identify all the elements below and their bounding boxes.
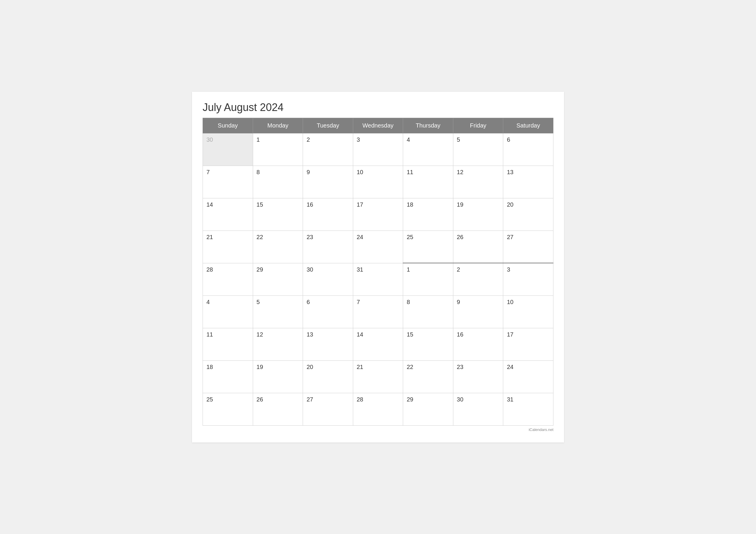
- calendar-day-cell[interactable]: 18: [403, 198, 453, 230]
- calendar-day-cell[interactable]: 21: [203, 230, 253, 263]
- calendar-day-cell[interactable]: 26: [253, 393, 303, 425]
- calendar-day-cell[interactable]: 9: [453, 296, 503, 328]
- header-cell-tuesday: Tuesday: [303, 118, 353, 133]
- calendar-day-cell[interactable]: 15: [403, 328, 453, 360]
- calendar-day-cell[interactable]: 1: [253, 133, 303, 166]
- watermark: iCalendars.net: [202, 427, 554, 432]
- header-cell-monday: Monday: [253, 118, 303, 133]
- calendar-day-cell[interactable]: 26: [453, 230, 503, 263]
- calendar-day-cell[interactable]: 18: [203, 360, 253, 393]
- calendar-day-cell[interactable]: 5: [253, 296, 303, 328]
- calendar-week-row: 28293031123: [203, 263, 554, 296]
- calendar-week-row: 78910111213: [203, 166, 554, 198]
- calendar-day-cell[interactable]: 31: [503, 393, 554, 425]
- calendar-day-cell[interactable]: 20: [503, 198, 554, 230]
- calendar-day-cell[interactable]: 24: [503, 360, 554, 393]
- header-cell-sunday: Sunday: [203, 118, 253, 133]
- calendar-day-cell[interactable]: 23: [303, 230, 353, 263]
- calendar-week-row: 25262728293031: [203, 393, 554, 425]
- calendar-day-cell[interactable]: 29: [253, 263, 303, 296]
- calendar-day-cell[interactable]: 7: [353, 296, 403, 328]
- calendar-day-cell[interactable]: 16: [453, 328, 503, 360]
- calendar-day-cell[interactable]: 12: [253, 328, 303, 360]
- calendar-day-cell[interactable]: 14: [203, 198, 253, 230]
- calendar-day-cell[interactable]: 12: [453, 166, 503, 198]
- calendar-day-cell[interactable]: 30: [303, 263, 353, 296]
- calendar-day-cell[interactable]: 3: [353, 133, 403, 166]
- calendar-day-cell[interactable]: 25: [403, 230, 453, 263]
- calendar-day-cell[interactable]: 4: [203, 296, 253, 328]
- calendar-day-cell[interactable]: 22: [253, 230, 303, 263]
- calendar-day-cell[interactable]: 6: [303, 296, 353, 328]
- header-cell-saturday: Saturday: [503, 118, 554, 133]
- header-cell-thursday: Thursday: [403, 118, 453, 133]
- calendar-day-cell[interactable]: 17: [503, 328, 554, 360]
- calendar-day-cell[interactable]: 28: [353, 393, 403, 425]
- calendar-day-cell[interactable]: 22: [403, 360, 453, 393]
- calendar-container: July August 2024 SundayMondayTuesdayWedn…: [192, 92, 564, 442]
- calendar-day-cell[interactable]: 13: [503, 166, 554, 198]
- calendar-day-cell[interactable]: 11: [403, 166, 453, 198]
- calendar-day-cell[interactable]: 25: [203, 393, 253, 425]
- calendar-week-row: 11121314151617: [203, 328, 554, 360]
- calendar-title: July August 2024: [202, 101, 554, 114]
- calendar-day-cell[interactable]: 3: [503, 263, 554, 296]
- calendar-day-cell[interactable]: 15: [253, 198, 303, 230]
- calendar-week-row: 45678910: [203, 296, 554, 328]
- calendar-day-cell[interactable]: 30: [203, 133, 253, 166]
- calendar-day-cell[interactable]: 5: [453, 133, 503, 166]
- calendar-week-row: 21222324252627: [203, 230, 554, 263]
- calendar-day-cell[interactable]: 30: [453, 393, 503, 425]
- calendar-day-cell[interactable]: 10: [503, 296, 554, 328]
- calendar-day-cell[interactable]: 16: [303, 198, 353, 230]
- calendar-day-cell[interactable]: 19: [253, 360, 303, 393]
- calendar-day-cell[interactable]: 31: [353, 263, 403, 296]
- header-cell-wednesday: Wednesday: [353, 118, 403, 133]
- calendar-day-cell[interactable]: 20: [303, 360, 353, 393]
- calendar-week-row: 14151617181920: [203, 198, 554, 230]
- calendar-day-cell[interactable]: 8: [253, 166, 303, 198]
- calendar-table: SundayMondayTuesdayWednesdayThursdayFrid…: [202, 118, 554, 426]
- calendar-day-cell[interactable]: 23: [453, 360, 503, 393]
- calendar-week-row: 18192021222324: [203, 360, 554, 393]
- calendar-day-cell[interactable]: 9: [303, 166, 353, 198]
- header-cell-friday: Friday: [453, 118, 503, 133]
- calendar-day-cell[interactable]: 29: [403, 393, 453, 425]
- calendar-day-cell[interactable]: 24: [353, 230, 403, 263]
- calendar-day-cell[interactable]: 17: [353, 198, 403, 230]
- calendar-day-cell[interactable]: 2: [453, 263, 503, 296]
- calendar-day-cell[interactable]: 2: [303, 133, 353, 166]
- calendar-day-cell[interactable]: 28: [203, 263, 253, 296]
- calendar-day-cell[interactable]: 6: [503, 133, 554, 166]
- calendar-week-row: 30123456: [203, 133, 554, 166]
- calendar-day-cell[interactable]: 21: [353, 360, 403, 393]
- calendar-day-cell[interactable]: 27: [303, 393, 353, 425]
- calendar-day-cell[interactable]: 13: [303, 328, 353, 360]
- calendar-day-cell[interactable]: 8: [403, 296, 453, 328]
- calendar-day-cell[interactable]: 27: [503, 230, 554, 263]
- calendar-day-cell[interactable]: 10: [353, 166, 403, 198]
- calendar-body: 3012345678910111213141516171819202122232…: [203, 133, 554, 425]
- calendar-day-cell[interactable]: 7: [203, 166, 253, 198]
- calendar-header: SundayMondayTuesdayWednesdayThursdayFrid…: [203, 118, 554, 133]
- calendar-day-cell[interactable]: 14: [353, 328, 403, 360]
- calendar-day-cell[interactable]: 4: [403, 133, 453, 166]
- header-row: SundayMondayTuesdayWednesdayThursdayFrid…: [203, 118, 554, 133]
- calendar-day-cell[interactable]: 1: [403, 263, 453, 296]
- calendar-day-cell[interactable]: 11: [203, 328, 253, 360]
- calendar-day-cell[interactable]: 19: [453, 198, 503, 230]
